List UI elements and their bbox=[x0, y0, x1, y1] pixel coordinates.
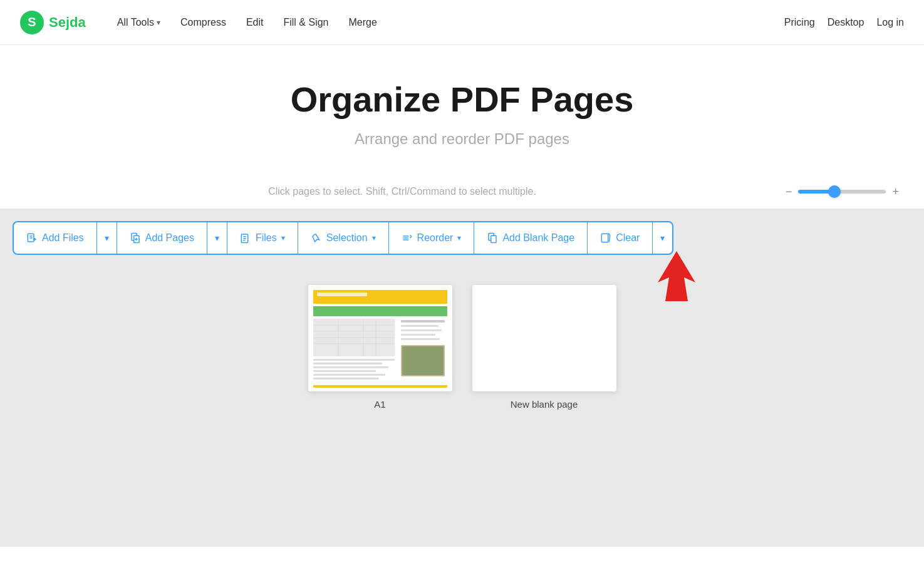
add-pages-icon bbox=[130, 232, 141, 244]
nav-desktop[interactable]: Desktop bbox=[828, 17, 864, 28]
clear-dropdown[interactable]: ▾ bbox=[653, 224, 672, 252]
svg-rect-40 bbox=[313, 363, 382, 364]
header: S Sejda All Tools ▾ Compress Edit Fill &… bbox=[0, 0, 924, 45]
files-button[interactable]: Files ▾ bbox=[227, 224, 298, 252]
clear-icon bbox=[600, 232, 611, 244]
pages-area: A1 New blank page bbox=[0, 265, 924, 447]
chevron-down-icon: ▾ bbox=[157, 18, 160, 27]
page-thumbnail-a1[interactable] bbox=[308, 285, 452, 391]
add-pages-dropdown[interactable]: ▾ bbox=[207, 224, 227, 252]
selection-button[interactable]: Selection ▾ bbox=[298, 224, 388, 252]
nav-right: Pricing Desktop Log in bbox=[784, 17, 904, 28]
page-title: Organize PDF Pages bbox=[13, 80, 911, 119]
svg-rect-45 bbox=[317, 292, 367, 296]
pdf-preview-a1 bbox=[308, 285, 452, 391]
page-thumb-blank: New blank page bbox=[472, 285, 616, 410]
page-thumb-a1: A1 bbox=[308, 285, 452, 410]
zoom-bar: Click pages to select. Shift, Ctrl/Comma… bbox=[0, 173, 924, 209]
add-blank-page-button[interactable]: Add Blank Page bbox=[474, 224, 587, 252]
nav-pricing[interactable]: Pricing bbox=[784, 17, 815, 28]
page-label-blank: New blank page bbox=[511, 399, 578, 410]
logo-name: Sejda bbox=[49, 14, 86, 31]
svg-rect-39 bbox=[313, 359, 395, 361]
svg-rect-34 bbox=[401, 334, 435, 336]
reorder-button[interactable]: Reorder ▾ bbox=[389, 224, 474, 252]
logo-icon: S bbox=[20, 11, 44, 34]
files-chevron-icon: ▾ bbox=[281, 234, 285, 242]
nav-all-tools[interactable]: All Tools ▾ bbox=[108, 12, 169, 33]
svg-rect-42 bbox=[313, 370, 376, 372]
svg-rect-17 bbox=[491, 235, 496, 242]
page-thumbnail-blank[interactable] bbox=[472, 285, 616, 391]
svg-rect-35 bbox=[401, 338, 440, 340]
svg-rect-44 bbox=[313, 378, 379, 379]
svg-rect-31 bbox=[401, 320, 445, 323]
hero-subtitle: Arrange and reorder PDF pages bbox=[13, 130, 911, 148]
reorder-chevron-icon: ▾ bbox=[457, 234, 461, 242]
add-files-icon bbox=[26, 232, 38, 244]
svg-rect-33 bbox=[401, 329, 442, 331]
logo-link[interactable]: S Sejda bbox=[20, 11, 86, 34]
blank-page-icon bbox=[487, 232, 498, 244]
clear-button[interactable]: Clear bbox=[588, 224, 652, 252]
toolbar-area: Add Files ▾ Add Pages ▾ bbox=[0, 209, 924, 265]
svg-rect-18 bbox=[601, 234, 608, 242]
svg-rect-43 bbox=[313, 374, 385, 376]
svg-rect-41 bbox=[313, 366, 388, 368]
nav-fill-sign[interactable]: Fill & Sign bbox=[274, 12, 337, 33]
nav-compress[interactable]: Compress bbox=[172, 12, 235, 33]
nav-merge[interactable]: Merge bbox=[340, 12, 386, 33]
hero-section: Organize PDF Pages Arrange and reorder P… bbox=[0, 45, 924, 173]
zoom-in-icon[interactable]: + bbox=[892, 185, 899, 199]
main-nav: All Tools ▾ Compress Edit Fill & Sign Me… bbox=[108, 12, 784, 33]
selection-hint: Click pages to select. Shift, Ctrl/Comma… bbox=[25, 186, 779, 197]
selection-icon bbox=[311, 232, 322, 244]
svg-rect-38 bbox=[313, 385, 447, 388]
nav-edit[interactable]: Edit bbox=[237, 12, 273, 33]
add-pages-button[interactable]: Add Pages bbox=[117, 224, 207, 252]
add-files-dropdown[interactable]: ▾ bbox=[97, 224, 117, 252]
toolbar: Add Files ▾ Add Pages ▾ bbox=[13, 221, 673, 255]
nav-login[interactable]: Log in bbox=[876, 17, 904, 28]
svg-rect-21 bbox=[313, 290, 447, 304]
svg-rect-37 bbox=[402, 346, 444, 375]
page-label-a1: A1 bbox=[374, 399, 385, 410]
reorder-icon bbox=[402, 232, 413, 244]
main-content: Add Files ▾ Add Pages ▾ bbox=[0, 209, 924, 547]
add-files-button[interactable]: Add Files bbox=[14, 224, 96, 252]
files-icon bbox=[240, 232, 251, 244]
zoom-out-icon[interactable]: − bbox=[786, 185, 792, 199]
zoom-slider-wrap bbox=[798, 190, 886, 194]
svg-rect-22 bbox=[313, 306, 447, 316]
svg-rect-32 bbox=[401, 325, 439, 327]
selection-chevron-icon: ▾ bbox=[372, 234, 376, 242]
zoom-slider[interactable] bbox=[798, 190, 886, 194]
